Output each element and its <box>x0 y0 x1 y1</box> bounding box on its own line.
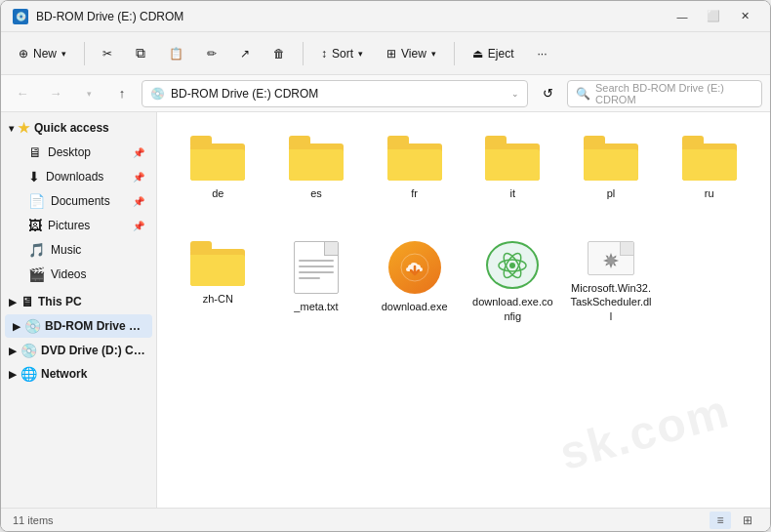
chevron-right-dvd-icon: ▶ <box>9 346 17 356</box>
chevron-right-net-icon: ▶ <box>9 369 17 380</box>
minimize-button[interactable]: — <box>669 7 696 26</box>
view-button[interactable]: ⊞ View ▾ <box>377 38 446 69</box>
search-placeholder: Search BD-ROM Drive (E:) CDROM <box>595 82 753 105</box>
dvd-icon: 💿 <box>20 343 37 358</box>
up-icon: ↑ <box>119 86 126 101</box>
separator-3 <box>454 42 455 65</box>
delete-button[interactable]: 🗑 <box>264 38 295 69</box>
music-label: Music <box>51 243 81 257</box>
pin-icon-dl: 📌 <box>133 172 144 183</box>
videos-label: Videos <box>51 267 86 281</box>
new-icon: ⊕ <box>19 47 28 61</box>
up-button[interactable]: ↑ <box>108 80 136 107</box>
file-item-ru[interactable]: ru <box>664 128 754 225</box>
sort-label: Sort <box>332 47 353 61</box>
refresh-icon: ↺ <box>543 86 553 101</box>
file-area: de es fr <box>157 112 770 347</box>
file-name-es: es <box>310 186 322 200</box>
file-item-es[interactable]: es <box>271 128 362 225</box>
file-name-zhcn: zh-CN <box>203 292 233 306</box>
address-bar: ← → ▾ ↑ 💿 BD-ROM Drive (E:) CDROM ⌄ ↺ 🔍 … <box>1 75 770 112</box>
file-item-download-exe[interactable]: download.exe <box>369 233 460 331</box>
forward-button[interactable]: → <box>42 80 69 107</box>
cut-icon: ✂ <box>102 47 112 61</box>
file-item-it[interactable]: it <box>467 128 558 225</box>
downloads-label: Downloads <box>46 170 103 184</box>
sidebar: ▾ ★ Quick access 🖥 Desktop 📌 ⬇ Downloads… <box>1 112 157 508</box>
view-dropdown-icon: ▾ <box>431 49 436 59</box>
maximize-button[interactable]: ⬜ <box>700 7 727 26</box>
sidebar-quick-access-header[interactable]: ▾ ★ Quick access <box>1 116 156 140</box>
folder-icon-ru <box>682 136 737 181</box>
new-button[interactable]: ⊕ New ▾ <box>9 38 76 69</box>
folder-icon-it <box>485 136 540 181</box>
file-item-download-config[interactable]: download.exe.config <box>467 233 558 331</box>
chevron-down-icon: ▾ <box>9 123 14 134</box>
paste-button[interactable]: 📋 <box>159 38 193 69</box>
file-item-meta[interactable]: _meta.txt <box>271 233 362 331</box>
sidebar-thispc-header[interactable]: ▶ 🖥 This PC <box>1 290 156 313</box>
items-count: 11 items <box>13 514 54 526</box>
sidebar-item-music[interactable]: 🎵 Music <box>5 238 152 262</box>
eject-label: Eject <box>488 47 514 61</box>
dvd-label: DVD Drive (D:) CCCC <box>41 344 148 357</box>
documents-label: Documents <box>51 194 110 208</box>
chevron-right-bdrom-icon: ▶ <box>13 321 20 332</box>
file-item-de[interactable]: de <box>173 128 264 225</box>
content-area: ▾ ★ Quick access 🖥 Desktop 📌 ⬇ Downloads… <box>1 112 770 508</box>
quick-access-label: Quick access <box>34 121 109 135</box>
toolbar: ⊕ New ▾ ✂ ⧉ 📋 ✏ ↗ 🗑 ↕ Sort ▾ ⊞ <box>1 32 770 75</box>
sidebar-network-header[interactable]: ▶ 🌐 Network <box>1 362 156 386</box>
view-icon: ⊞ <box>386 47 396 61</box>
back-button[interactable]: ← <box>9 80 36 107</box>
file-name-it: it <box>510 186 516 200</box>
thispc-label: This PC <box>38 295 82 308</box>
address-path[interactable]: 💿 BD-ROM Drive (E:) CDROM ⌄ <box>142 80 528 107</box>
copy-button[interactable]: ⧉ <box>126 38 155 69</box>
share-button[interactable]: ↗ <box>230 38 260 69</box>
file-item-ms-dll[interactable]: Microsoft.Win32.TaskScheduler.dll <box>566 233 657 331</box>
sidebar-dvd-header[interactable]: ▶ 💿 DVD Drive (D:) CCCC <box>1 339 156 362</box>
file-item-fr[interactable]: fr <box>369 128 460 225</box>
view-label: View <box>401 47 426 61</box>
bdrom-label: BD-ROM Drive (E:) C <box>45 319 144 333</box>
tiles-view-button[interactable]: ⊞ <box>737 512 758 529</box>
file-name-download-config: download.exe.config <box>471 295 554 323</box>
more-button[interactable]: ··· <box>528 38 557 69</box>
search-box[interactable]: 🔍 Search BD-ROM Drive (E:) CDROM <box>567 80 762 107</box>
delete-icon: 🗑 <box>273 47 285 61</box>
pictures-label: Pictures <box>48 219 90 232</box>
dll-icon <box>588 241 634 275</box>
window-title: BD-ROM Drive (E:) CDROM <box>36 10 669 23</box>
eject-icon: ⏏ <box>472 47 483 61</box>
cut-button[interactable]: ✂ <box>93 38 122 69</box>
close-button[interactable]: ✕ <box>731 7 758 26</box>
pin-icon: 📌 <box>133 147 144 158</box>
config-atom-icon <box>486 241 539 289</box>
forward-icon: → <box>50 86 62 101</box>
status-view-controls: ≡ ⊞ <box>710 512 758 529</box>
bdrom-icon: 💿 <box>24 318 41 334</box>
txt-file-icon <box>294 241 339 294</box>
sidebar-item-desktop[interactable]: 🖥 Desktop 📌 <box>5 141 152 164</box>
window-controls: — ⬜ ✕ <box>669 7 758 26</box>
sort-button[interactable]: ↕ Sort ▾ <box>311 38 373 69</box>
file-name-ru: ru <box>705 186 714 200</box>
details-view-button[interactable]: ≡ <box>710 512 731 529</box>
sidebar-item-videos[interactable]: 🎬 Videos <box>5 263 152 286</box>
new-label: New <box>33 47 57 61</box>
sidebar-item-downloads[interactable]: ⬇ Downloads 📌 <box>5 165 152 188</box>
recent-button[interactable]: ▾ <box>75 80 102 107</box>
share-icon: ↗ <box>240 47 250 61</box>
eject-button[interactable]: ⏏ Eject <box>463 38 524 69</box>
watermark: sk.com <box>553 384 735 480</box>
file-name-meta: _meta.txt <box>294 300 338 313</box>
sidebar-bdrom-header[interactable]: ▶ 💿 BD-ROM Drive (E:) C <box>5 314 152 338</box>
rename-button[interactable]: ✏ <box>197 38 226 69</box>
sidebar-item-pictures[interactable]: 🖼 Pictures 📌 <box>5 214 152 237</box>
file-item-pl[interactable]: pl <box>566 128 657 225</box>
sidebar-item-documents[interactable]: 📄 Documents 📌 <box>5 189 152 213</box>
more-icon: ··· <box>538 47 548 61</box>
refresh-button[interactable]: ↺ <box>534 80 561 107</box>
file-item-zh-cn[interactable]: zh-CN <box>173 233 264 331</box>
